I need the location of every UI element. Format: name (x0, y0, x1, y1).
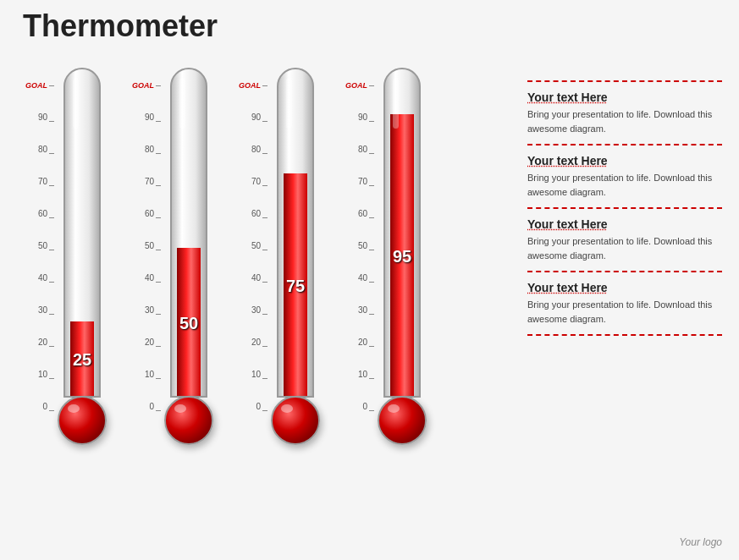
panel-text-1: Bring your presentation to life. Downloa… (527, 107, 722, 135)
right-panel: Your text HereBring your presentation to… (527, 80, 722, 336)
thermo-value-1: 25 (73, 350, 91, 370)
panel-text-4: Bring your presentation to life. Downloa… (527, 298, 722, 326)
page-title: Thermometer (23, 8, 218, 44)
panel-heading-2: Your text Here (527, 154, 722, 167)
panel-heading-1: Your text Here (527, 91, 722, 104)
thermometers-container: GOAL908070605040302010025GOAL90807060504… (25, 68, 427, 445)
thermo-value-2: 50 (179, 314, 198, 333)
thermometer-2: GOAL908070605040302010050 (132, 68, 213, 445)
thermometer-1: GOAL908070605040302010025 (25, 68, 107, 445)
panel-section-2: Your text HereBring your presentation to… (527, 145, 722, 209)
thermo-value-4: 95 (393, 247, 411, 266)
logo: Your logo (679, 536, 722, 548)
panel-text-2: Bring your presentation to life. Downloa… (527, 171, 722, 199)
panel-section-1: Your text HereBring your presentation to… (527, 80, 722, 145)
panel-text-3: Bring your presentation to life. Downloa… (527, 234, 722, 262)
thermometer-4: GOAL908070605040302010095 (345, 68, 427, 445)
panel-section-4: Your text HereBring your presentation to… (527, 272, 722, 336)
panel-heading-4: Your text Here (527, 281, 722, 294)
thermo-value-3: 75 (286, 277, 305, 296)
thermometer-3: GOAL908070605040302010075 (239, 68, 320, 445)
panel-heading-3: Your text Here (527, 217, 722, 231)
panel-section-3: Your text HereBring your presentation to… (527, 209, 722, 272)
